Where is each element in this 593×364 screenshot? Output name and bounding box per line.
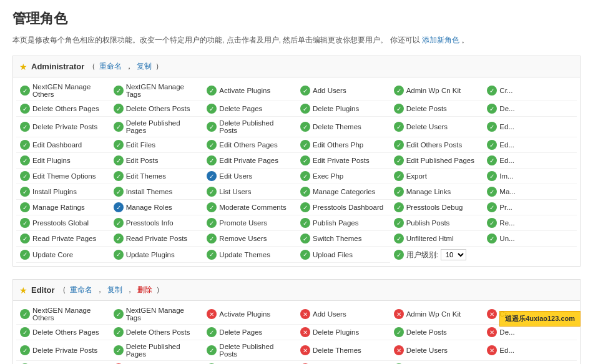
cap-edit-others-posts[interactable]: Edit Others Posts: [390, 137, 484, 153]
cap-e-edit-others-pages[interactable]: Edit Others Pages: [203, 361, 296, 364]
cap-publish-posts[interactable]: Publish Posts: [390, 215, 484, 231]
copy-editor-link[interactable]: 复制: [107, 285, 122, 295]
cap-ed1[interactable]: Ed...: [483, 117, 577, 137]
cap-list-users[interactable]: List Users: [203, 184, 296, 200]
check-icon: [487, 122, 497, 132]
cap-publish-pages[interactable]: Publish Pages: [296, 215, 390, 231]
cap-manage-roles[interactable]: Manage Roles: [110, 200, 203, 215]
cap-presstools-global[interactable]: Presstools Global: [16, 215, 110, 231]
cap-e-edit-others-posts[interactable]: Edit Others Posts: [390, 361, 484, 364]
cap-e-delete-private-posts[interactable]: Delete Private Posts: [16, 340, 110, 361]
cap-update-core[interactable]: Update Core: [16, 247, 110, 263]
cap-edit-published-pages[interactable]: Edit Published Pages: [390, 153, 484, 169]
cap-update-plugins[interactable]: Update Plugins: [110, 247, 203, 263]
cap-im[interactable]: Im...: [483, 169, 577, 184]
cap-manage-ratings[interactable]: Manage Ratings: [16, 200, 110, 215]
cap-export[interactable]: Export: [390, 169, 484, 184]
cap-delete-themes[interactable]: Delete Themes: [296, 117, 390, 137]
cap-install-plugins[interactable]: Install Plugins: [16, 184, 110, 200]
cap-delete-published-pages[interactable]: Delete Published Pages: [110, 117, 203, 137]
cap-e-delete-others-pages[interactable]: Delete Others Pages: [16, 325, 110, 340]
cap-nextgen-manage-others[interactable]: NextGEN Manage Others: [16, 81, 110, 101]
cap-presstools-dashboard[interactable]: Presstools Dashboard: [296, 200, 390, 215]
cap-e-delete-users[interactable]: Delete Users: [390, 340, 484, 361]
cap-e-nextgen-manage-tags[interactable]: NextGEN Manage Tags: [110, 304, 203, 325]
cap-cr[interactable]: Cr...: [483, 81, 577, 101]
cap-manage-categories[interactable]: Manage Categories: [296, 184, 390, 200]
cap-e-admin-wp-cn-kit[interactable]: Admin Wp Cn Kit: [390, 304, 484, 325]
cap-install-themes[interactable]: Install Themes: [110, 184, 203, 200]
cap-read-private-posts[interactable]: Read Private Posts: [110, 231, 203, 247]
cap-presstools-debug[interactable]: Presstools Debug: [390, 200, 484, 215]
cap-edit-posts[interactable]: Edit Posts: [110, 153, 203, 169]
check-icon: [20, 140, 30, 150]
page-num-select[interactable]: 1234 5678 910: [441, 249, 466, 260]
cap-edit-others-php[interactable]: Edit Others Php: [296, 137, 390, 153]
cap-de2[interactable]: De...: [483, 101, 577, 117]
cap-edit-plugins[interactable]: Edit Plugins: [16, 153, 110, 169]
cap-admin-wp-cn-kit[interactable]: Admin Wp Cn Kit: [390, 81, 484, 101]
check-icon: [114, 155, 124, 165]
cap-nextgen-manage-tags[interactable]: NextGEN Manage Tags: [110, 81, 203, 101]
check-icon: [207, 155, 217, 165]
cap-edit-dashboard[interactable]: Edit Dashboard: [16, 137, 110, 153]
cap-e-delete-others-posts[interactable]: Delete Others Posts: [110, 325, 203, 340]
cap-edit-others-pages[interactable]: Edit Others Pages: [203, 137, 296, 153]
cap-e-delete-published-pages[interactable]: Delete Published Pages: [110, 340, 203, 361]
cap-remove-users[interactable]: Remove Users: [203, 231, 296, 247]
cap-upload-files[interactable]: Upload Files: [296, 247, 390, 263]
cap-update-themes[interactable]: Update Themes: [203, 247, 296, 263]
cap-e-ed2[interactable]: Ed...: [483, 361, 577, 364]
cap-delete-posts[interactable]: Delete Posts: [390, 101, 484, 117]
cap-read-private-pages[interactable]: Read Private Pages: [16, 231, 110, 247]
cap-ed3[interactable]: Ed...: [483, 153, 577, 169]
cap-manage-links[interactable]: Manage Links: [390, 184, 484, 200]
cap-edit-theme-options[interactable]: Edit Theme Options: [16, 169, 110, 184]
cap-e-edit-dashboard[interactable]: Edit Dashboard: [16, 361, 110, 364]
cap-delete-others-pages[interactable]: Delete Others Pages: [16, 101, 110, 117]
cap-delete-plugins[interactable]: Delete Plugins: [296, 101, 390, 117]
cap-delete-pages[interactable]: Delete Pages: [203, 101, 296, 117]
add-role-link[interactable]: 添加新角色: [422, 36, 459, 44]
role-name-editor: Editor: [31, 285, 55, 295]
cap-delete-others-posts[interactable]: Delete Others Posts: [110, 101, 203, 117]
cap-e-edit-files[interactable]: Edit Files: [110, 361, 203, 364]
cap-promote-users[interactable]: Promote Users: [203, 215, 296, 231]
cap-edit-files[interactable]: Edit Files: [110, 137, 203, 153]
cap-delete-published-posts[interactable]: Delete Published Posts: [203, 117, 296, 137]
cap-e-activate-plugins[interactable]: Activate Plugins: [203, 304, 296, 325]
cap-delete-users[interactable]: Delete Users: [390, 117, 484, 137]
cap-presstools-info[interactable]: Presstools Info: [110, 215, 203, 231]
cap-ed2[interactable]: Ed...: [483, 137, 577, 153]
cap-edit-themes[interactable]: Edit Themes: [110, 169, 203, 184]
cap-unfiltered-html[interactable]: Unfiltered Html: [390, 231, 484, 247]
cap-e-edit-others-php[interactable]: Edit Others Php: [296, 361, 390, 364]
cap-e-add-users[interactable]: Add Users: [296, 304, 390, 325]
cap-e-ed1[interactable]: Ed...: [483, 340, 577, 361]
cap-edit-private-posts[interactable]: Edit Private Posts: [296, 153, 390, 169]
cap-e-de2[interactable]: De...: [483, 325, 577, 340]
cap-re[interactable]: Re...: [483, 215, 577, 231]
cap-activate-plugins[interactable]: Activate Plugins: [203, 81, 296, 101]
cap-e-delete-plugins[interactable]: Delete Plugins: [296, 325, 390, 340]
cap-e-delete-published-posts[interactable]: Delete Published Posts: [203, 340, 296, 361]
rename-editor-link[interactable]: 重命名: [70, 285, 92, 295]
cap-pr[interactable]: Pr...: [483, 200, 577, 215]
check-icon: [394, 218, 404, 228]
copy-administrator-link[interactable]: 复制: [137, 61, 152, 72]
cap-edit-private-pages[interactable]: Edit Private Pages: [203, 153, 296, 169]
cap-delete-private-posts[interactable]: Delete Private Posts: [16, 117, 110, 137]
cap-switch-themes[interactable]: Switch Themes: [296, 231, 390, 247]
cap-e-nextgen-manage-others[interactable]: NextGEN Manage Others: [16, 304, 110, 325]
cap-e-delete-posts[interactable]: Delete Posts: [390, 325, 484, 340]
cap-ma[interactable]: Ma...: [483, 184, 577, 200]
cap-e-delete-themes[interactable]: Delete Themes: [296, 340, 390, 361]
cap-edit-users[interactable]: Edit Users: [203, 169, 296, 184]
cap-exec-php[interactable]: Exec Php: [296, 169, 390, 184]
delete-editor-link[interactable]: 删除: [137, 285, 152, 295]
cap-moderate-comments[interactable]: Moderate Comments: [203, 200, 296, 215]
cap-e-delete-pages[interactable]: Delete Pages: [203, 325, 296, 340]
cap-add-users[interactable]: Add Users: [296, 81, 390, 101]
rename-administrator-link[interactable]: 重命名: [99, 61, 122, 72]
cap-un[interactable]: Un...: [483, 231, 577, 247]
